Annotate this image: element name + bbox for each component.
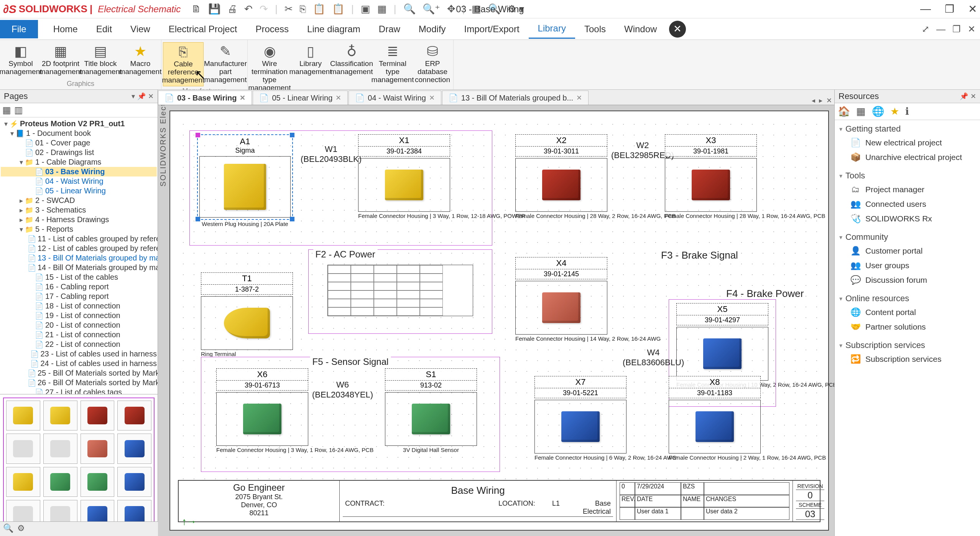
thumb-4[interactable] xyxy=(117,401,151,430)
unarchive-project-link[interactable]: 📦Unarchive electrical project xyxy=(839,150,975,165)
macro-management-button[interactable]: ★Macro management xyxy=(121,42,159,79)
user-groups-link[interactable]: 👥User groups xyxy=(839,258,975,273)
redo-icon[interactable]: ↷ xyxy=(260,3,268,15)
connector-s1[interactable]: S1913-02 3V Digital Hall Sensor xyxy=(385,368,477,453)
grid-view-icon[interactable]: ▦ xyxy=(856,106,866,117)
new-project-link[interactable]: 📄New electrical project xyxy=(839,135,975,150)
tree-r22[interactable]: 📄22 - List of connection xyxy=(1,340,157,349)
tree-cable-diagrams[interactable]: ▾📁1 - Cable Diagrams xyxy=(1,157,157,167)
zoom-icon[interactable]: 🔍 xyxy=(403,3,416,15)
tree-05-linear-wiring[interactable]: 📄05 - Linear Wiring xyxy=(1,186,157,196)
thumb-12[interactable] xyxy=(117,467,151,497)
close-icon[interactable]: ✕ xyxy=(968,3,977,15)
status-icon-1[interactable]: 🔍 xyxy=(3,523,13,534)
tree-r20[interactable]: 📄20 - List of connection xyxy=(1,320,157,330)
erp-connection-button[interactable]: ⛁ERP database connection xyxy=(413,42,452,94)
thumb-7[interactable] xyxy=(81,434,115,463)
menu-import-export[interactable]: Import/Export xyxy=(455,20,529,38)
connector-x7[interactable]: X739-01-5221 Female Connector Housing | … xyxy=(534,376,626,461)
thumb-11[interactable] xyxy=(81,467,115,497)
copy-icon[interactable]: ⎘ xyxy=(300,3,306,15)
thumb-1[interactable] xyxy=(6,401,40,430)
connector-x6[interactable]: X639-01-6713 Female Connector Housing | … xyxy=(216,368,308,453)
maximize-icon[interactable]: ❐ xyxy=(945,3,954,15)
zoom-fit-icon[interactable]: 🔍⁺ xyxy=(423,3,440,15)
tree-r23[interactable]: 📄23 - List of cables used in harness xyxy=(1,349,157,359)
tree-book[interactable]: ▾📘1 - Document book xyxy=(1,129,157,138)
tab-close-icon[interactable]: ✕ xyxy=(335,94,341,102)
tab-scroll-right-icon[interactable]: ▸ xyxy=(819,96,822,105)
tree-r15[interactable]: 📄15 - List of the cables xyxy=(1,272,157,282)
connected-users-link[interactable]: 👥Connected users xyxy=(839,197,975,211)
connector-x2[interactable]: X239-01-3011 Female Connector Housing | … xyxy=(515,134,607,219)
menu-home[interactable]: Home xyxy=(44,20,87,38)
tree-r14[interactable]: 📄14 - Bill Of Materials grouped by manuf… xyxy=(1,263,157,272)
partner-solutions-link[interactable]: 🤝Partner solutions xyxy=(839,320,975,334)
menu-process[interactable]: Process xyxy=(246,20,298,38)
tree-03-base-wiring[interactable]: 📄03 - Base Wiring xyxy=(1,167,157,176)
status-icon-2[interactable]: ⚙ xyxy=(17,523,25,534)
manufacturer-part-management-button[interactable]: ✎Manufacturer part management xyxy=(205,42,246,86)
panel-pin-icon[interactable]: ▾ xyxy=(132,92,135,101)
tree-r24[interactable]: 📄24 - List of cables used in harness xyxy=(1,359,157,368)
customer-portal-link[interactable]: 👤Customer portal xyxy=(839,244,975,258)
tree-reports[interactable]: ▾📁5 - Reports xyxy=(1,224,157,234)
drawing-sheet[interactable]: A1 Sigma Western Plug Housing | 20A Plat… xyxy=(169,110,829,531)
tree-r27[interactable]: 📄27 - List of cables tags xyxy=(1,388,157,394)
footprint-management-button[interactable]: ▦2D footprint management xyxy=(41,42,80,79)
section-online-resources[interactable]: ▾Online resources xyxy=(839,292,975,305)
subscription-services-link[interactable]: 🔁Subscription services xyxy=(839,352,975,366)
pan-icon[interactable]: ✥ xyxy=(447,3,455,15)
section-getting-started[interactable]: ▾Getting started xyxy=(839,122,975,135)
solidworks-rx-link[interactable]: 🩺SOLIDWORKS Rx xyxy=(839,211,975,226)
thumb-8[interactable] xyxy=(117,434,151,463)
tree-r13[interactable]: 📄13 - Bill Of Materials grouped by manuf… xyxy=(1,253,157,263)
collapse-all-icon[interactable]: ▥ xyxy=(14,105,23,115)
menu-view[interactable]: View xyxy=(121,20,159,38)
connector-x1[interactable]: X139-01-2384 Female Connector Housing | … xyxy=(358,134,450,219)
tree-r12[interactable]: 📄12 - List of cables grouped by referenc… xyxy=(1,244,157,253)
menu-window[interactable]: Window xyxy=(615,20,666,38)
thumb-2[interactable] xyxy=(43,401,77,430)
library-management-button[interactable]: ▯Library management xyxy=(291,42,330,94)
tab-05-linear-wiring[interactable]: 📄05 - Linear Wiring✕ xyxy=(253,91,348,105)
panel-pin2-icon[interactable]: 📌 xyxy=(137,92,146,101)
titleblock-management-button[interactable]: ▤Title block management xyxy=(81,42,120,79)
paste-icon[interactable]: 📋 xyxy=(313,3,325,15)
thumb-10[interactable] xyxy=(43,467,77,497)
tree-swcad[interactable]: ▸📁2 - SWCAD xyxy=(1,196,157,205)
menu-modify[interactable]: Modify xyxy=(409,20,455,38)
tab-04-waist-wiring[interactable]: 📄04 - Waist Wiring✕ xyxy=(349,91,441,105)
tool-b-icon[interactable]: ▦ xyxy=(377,3,387,15)
connector-x3[interactable]: X339-01-1981 Female Connector Housing | … xyxy=(665,134,757,219)
panel-close-icon[interactable]: ✕ xyxy=(148,92,154,101)
tree-schematics[interactable]: ▸📁3 - Schematics xyxy=(1,205,157,215)
forum-link[interactable]: 💬Discussion forum xyxy=(839,273,975,287)
expand-all-icon[interactable]: ▦ xyxy=(2,105,11,115)
save-icon[interactable]: 💾 xyxy=(208,3,220,15)
terminal-type-management-button[interactable]: ≣Terminal type management xyxy=(373,42,412,94)
section-community[interactable]: ▾Community xyxy=(839,231,975,244)
fav-icon[interactable]: ★ xyxy=(890,106,899,117)
ribbon-restore-icon[interactable]: ❐ xyxy=(952,24,961,35)
section-subscription[interactable]: ▾Subscription services xyxy=(839,339,975,352)
home-icon[interactable]: 🏠 xyxy=(838,106,850,117)
thumb-5[interactable] xyxy=(6,434,40,463)
tab-close-all-icon[interactable]: ✕ xyxy=(826,96,832,105)
tree-r18[interactable]: 📄18 - List of connection xyxy=(1,301,157,311)
ribbon-minimize-icon[interactable]: — xyxy=(936,24,945,35)
tree-r11[interactable]: 📄11 - List of cables grouped by referenc… xyxy=(1,234,157,244)
menu-electrical-project[interactable]: Electrical Project xyxy=(159,20,247,38)
connector-x8[interactable]: X839-01-1183 Female Connector Housing | … xyxy=(669,376,761,461)
project-manager-link[interactable]: 🗂Project manager xyxy=(839,182,975,197)
section-tools[interactable]: ▾Tools xyxy=(839,169,975,182)
tab-03-base-wiring[interactable]: 📄03 - Base Wiring✕ xyxy=(158,91,252,105)
tab-13-bom[interactable]: 📄13 - Bill Of Materials grouped b...✕ xyxy=(442,91,589,105)
res-pin-icon[interactable]: 📌 xyxy=(960,92,968,101)
info-icon[interactable]: ℹ xyxy=(905,106,909,117)
cut-icon[interactable]: ✂ xyxy=(284,3,293,15)
thumb-6[interactable] xyxy=(43,434,77,463)
file-menu[interactable]: File xyxy=(0,20,38,38)
res-close-icon[interactable]: ✕ xyxy=(970,92,976,101)
menu-library[interactable]: Library xyxy=(529,19,575,39)
